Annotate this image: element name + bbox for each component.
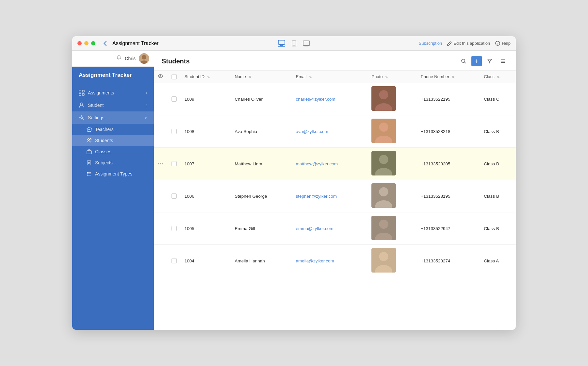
cell-student-id: 1006: [181, 180, 231, 212]
monitor-view-button[interactable]: [303, 41, 310, 47]
cell-student-id: 1005: [181, 212, 231, 245]
cell-class: Class B: [480, 148, 516, 180]
chevron-down-icon: ∨: [144, 115, 147, 120]
content-area: Students +: [154, 51, 516, 330]
sidebar-title: Assignment Tracker: [79, 72, 132, 78]
row-checkbox[interactable]: [172, 226, 177, 231]
chevron-right-icon-2: ›: [146, 103, 147, 108]
sidebar-item-student[interactable]: Student ›: [72, 99, 154, 111]
cell-photo: [368, 115, 417, 148]
app-window: Assignment Tracker: [72, 36, 516, 330]
sort-arrow-class: ⇅: [497, 75, 499, 79]
row-actions-cell: [154, 245, 168, 277]
svg-point-50: [379, 220, 388, 229]
close-button[interactable]: [77, 41, 82, 45]
student-photo: [371, 151, 396, 175]
students-table-container: Student ID ⇅ Name ⇅ Email ⇅: [154, 71, 516, 330]
row-actions-cell: [154, 180, 168, 212]
help-circle-icon: ?: [495, 41, 500, 46]
col-header-class[interactable]: Class ⇅: [480, 71, 516, 83]
cell-class: Class B: [480, 212, 516, 245]
row-dots[interactable]: •••: [158, 161, 164, 166]
row-checkbox[interactable]: [172, 258, 177, 263]
maximize-button[interactable]: [91, 41, 95, 45]
sidebar-subitem-assignment-types[interactable]: Assignment Types: [72, 168, 154, 179]
pencil-icon: [447, 41, 452, 46]
svg-rect-0: [278, 40, 285, 44]
cell-email[interactable]: ava@zylker.com: [292, 115, 368, 148]
sidebar-subitem-teachers[interactable]: Teachers: [72, 124, 154, 135]
mortar-icon: [87, 127, 92, 132]
select-all-checkbox[interactable]: [172, 74, 177, 79]
traffic-lights: [77, 41, 95, 45]
user-name: Chris: [125, 56, 136, 61]
sidebar-item-settings[interactable]: Settings ∨: [72, 111, 154, 124]
page-title: Students: [162, 58, 190, 65]
col-header-photo[interactable]: Photo ⇅: [368, 71, 417, 83]
svg-point-41: [379, 123, 388, 132]
grid-icon: [79, 90, 85, 96]
cell-class: Class C: [480, 83, 516, 115]
cell-email[interactable]: emma@zylker.com: [292, 212, 368, 245]
row-checkbox[interactable]: [172, 161, 177, 166]
content-action-buttons: +: [458, 56, 508, 66]
col-header-name[interactable]: Name ⇅: [231, 71, 292, 83]
filter-icon: [487, 58, 492, 64]
cell-photo: [368, 245, 417, 277]
subscription-link[interactable]: Subscription: [419, 41, 442, 46]
sort-arrow-name: ⇅: [249, 75, 251, 79]
briefcase-icon: [87, 149, 92, 154]
table-row: 1006Stephen Georgestephen@zylker.com +13…: [154, 180, 516, 212]
help-button[interactable]: ? Help: [495, 41, 511, 46]
person-icon: [79, 102, 85, 108]
sidebar-header: Assignment Tracker: [72, 67, 154, 84]
sidebar-navigation: Assignments › Student ›: [72, 84, 154, 330]
tablet-view-button[interactable]: [292, 41, 296, 47]
row-checkbox-cell: [168, 245, 181, 277]
cell-phone: +13133522195: [417, 83, 480, 115]
student-photo: [371, 119, 396, 143]
row-checkbox[interactable]: [172, 96, 177, 102]
cell-email[interactable]: stephen@zylker.com: [292, 180, 368, 212]
edit-app-button[interactable]: Edit this application: [447, 41, 490, 46]
row-checkbox[interactable]: [172, 193, 177, 199]
sidebar-subitem-students[interactable]: Students: [72, 135, 154, 146]
student-photo: [371, 216, 396, 240]
row-checkbox[interactable]: [172, 129, 177, 134]
titlebar: Assignment Tracker: [72, 36, 516, 51]
cell-photo: [368, 212, 417, 245]
search-button[interactable]: [458, 56, 469, 66]
sidebar-subitem-classes[interactable]: Classes: [72, 146, 154, 157]
sidebar-item-assignments[interactable]: Assignments ›: [72, 87, 154, 99]
filter-button[interactable]: [484, 56, 495, 66]
svg-point-28: [87, 174, 88, 174]
cell-name: Charles Oliver: [231, 83, 292, 115]
svg-text:?: ?: [497, 42, 498, 45]
cell-student-id: 1008: [181, 115, 231, 148]
bell-icon[interactable]: [116, 55, 122, 62]
student-photo: [371, 86, 396, 111]
cell-phone: +13133528195: [417, 180, 480, 212]
sidebar-subitem-subjects[interactable]: Subjects: [72, 157, 154, 168]
cell-phone: +13133522947: [417, 212, 480, 245]
cell-email[interactable]: amelia@zylker.com: [292, 245, 368, 277]
main-layout: Chris Assignment Tracker: [72, 51, 516, 330]
cell-email[interactable]: matthew@zylker.com: [292, 148, 368, 180]
titlebar-app-area: Assignment Tracker: [101, 39, 158, 48]
col-header-email[interactable]: Email ⇅: [292, 71, 368, 83]
more-options-button[interactable]: [498, 56, 508, 66]
desktop-view-button[interactable]: [278, 40, 285, 47]
cell-email[interactable]: charles@zylker.com: [292, 83, 368, 115]
cell-student-id: 1007: [181, 148, 231, 180]
col-header-student-id[interactable]: Student ID ⇅: [181, 71, 231, 83]
cell-class: Class A: [480, 245, 516, 277]
svg-point-16: [81, 103, 83, 105]
svg-rect-14: [79, 93, 81, 95]
student-photo: [371, 248, 396, 273]
sidebar-item-label-assignments: Assignments: [88, 90, 114, 95]
minimize-button[interactable]: [84, 41, 89, 45]
svg-point-17: [81, 117, 83, 119]
view-switcher: [278, 40, 310, 47]
add-record-button[interactable]: +: [471, 56, 482, 66]
col-header-phone[interactable]: Phone Number ⇅: [417, 71, 480, 83]
